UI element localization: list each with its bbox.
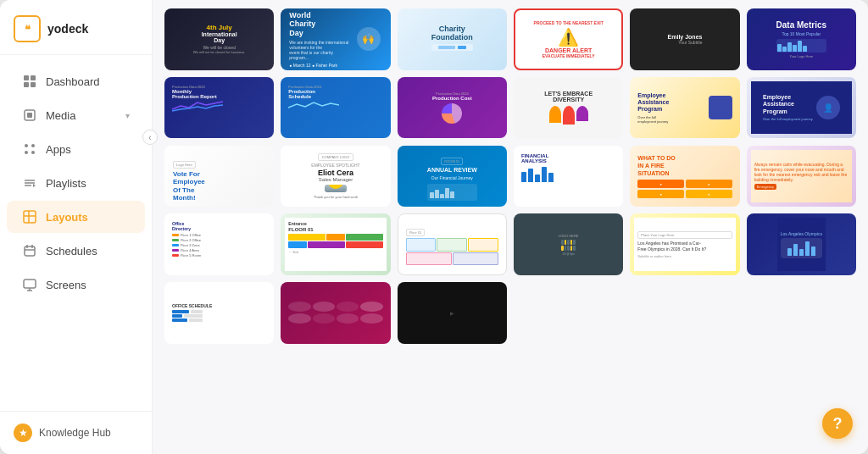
knowledge-hub-label: Knowledge Hub [39, 427, 111, 439]
logo-text: yodeck [47, 22, 88, 36]
layout-card-20[interactable]: Entrance FLOOR 01 ← Exit [281, 213, 390, 275]
sidebar-item-apps[interactable]: Apps [7, 133, 145, 165]
layout-card-8[interactable]: Production Data 2024 ProductionSchedule [281, 77, 390, 139]
layout-card-16[interactable]: FINANCIALANALYSIS [514, 146, 623, 208]
schedules-label: Schedules [46, 245, 97, 257]
app-window: ❝ yodeck ‹ Dashboard Media ▾ [0, 0, 868, 454]
sidebar-item-screens[interactable]: Screens [7, 269, 145, 301]
layouts-icon [22, 209, 37, 224]
layout-card-15[interactable]: ROOM 01 ANNUAL REVIEWOur Financial Journ… [398, 146, 507, 208]
svg-rect-2 [24, 82, 29, 87]
svg-point-7 [31, 144, 35, 147]
layout-card-6[interactable]: Data Metrics Top 10 Most Popular [747, 8, 856, 70]
sidebar-item-dashboard[interactable]: Dashboard [7, 65, 145, 97]
schedules-icon [22, 243, 37, 258]
svg-point-9 [31, 151, 35, 154]
layouts-grid: 4th July InternationalDay We will be clo… [153, 0, 868, 454]
dashboard-label: Dashboard [46, 75, 100, 88]
logo-icon: ❝ [14, 15, 41, 42]
layout-card-5[interactable]: Emily Jones Your Subtitle [630, 8, 739, 70]
layout-card-12[interactable]: EmployeeAssistanceProgram Over the full … [747, 77, 856, 139]
svg-marker-13 [33, 184, 36, 187]
playlists-label: Playlists [46, 177, 86, 190]
svg-rect-1 [31, 75, 36, 80]
sidebar-footer: ★ Knowledge Hub [0, 411, 152, 454]
card-grid: 4th July InternationalDay We will be clo… [164, 8, 856, 344]
sidebar-collapse-button[interactable]: ‹ [142, 130, 158, 145]
layout-card-27[interactable]: ▶ [398, 282, 507, 344]
layout-card-10[interactable]: LET'S EMBRACEDIVERSITY [514, 77, 623, 139]
svg-rect-21 [24, 280, 36, 288]
layout-card-3[interactable]: Charity Foundation [398, 8, 507, 70]
layout-card-14[interactable]: COMPANY LOGO EMPLOYEE SPOTLIGHT Eliot Ce… [281, 146, 390, 208]
svg-rect-14 [24, 211, 36, 223]
layout-card-17[interactable]: WHAT TO DOIN A FIRESITUATION ● ● ● ● [630, 146, 739, 208]
layout-card-26[interactable] [281, 282, 390, 344]
screens-label: Screens [46, 279, 86, 291]
sidebar-item-layouts[interactable]: Layouts [7, 201, 145, 233]
logo-area: ❝ yodeck [0, 0, 152, 55]
knowledge-hub-icon: ★ [14, 424, 32, 442]
media-icon [22, 108, 37, 123]
knowledge-hub-button[interactable]: ★ Knowledge Hub [14, 424, 138, 442]
apps-label: Apps [46, 143, 71, 156]
layout-card-9[interactable]: Production Data 2024 Production Cost [398, 77, 507, 139]
apps-icon [22, 141, 37, 157]
layout-card-13[interactable]: Logo Here Vote ForEmployeeOf TheMonth! V… [164, 146, 274, 208]
layout-card-21[interactable]: Floor 01 [398, 213, 507, 275]
layout-card-11[interactable]: EmployeeAssistanceProgram Over the fulle… [630, 77, 739, 139]
svg-rect-5 [27, 113, 32, 118]
layout-card-7[interactable]: Production Data 2024 MonthlyProduction R… [164, 77, 274, 139]
sidebar-item-schedules[interactable]: Schedules [7, 235, 145, 267]
sidebar-nav: Dashboard Media ▾ Apps Playlists [0, 55, 152, 411]
dashboard-icon [22, 74, 37, 89]
layout-card-4[interactable]: PROCEED TO THE NEAREST EXIT ⚠️ DANGER AL… [514, 8, 623, 70]
layout-card-2[interactable]: WorldCharityDay We are inviting the inte… [281, 8, 390, 70]
main-content: 4th July InternationalDay We will be clo… [153, 0, 868, 454]
layout-card-1[interactable]: 4th July InternationalDay We will be clo… [164, 8, 274, 70]
svg-rect-17 [25, 246, 35, 256]
svg-point-8 [25, 151, 28, 154]
playlists-icon [22, 175, 37, 191]
layouts-label: Layouts [46, 211, 88, 224]
layout-card-24[interactable]: Los Angeles Olympics [747, 213, 856, 275]
layout-card-25[interactable]: OFFICE SCHEDULE [164, 282, 274, 344]
screens-icon [22, 277, 37, 292]
svg-rect-3 [31, 82, 36, 87]
sidebar-item-playlists[interactable]: Playlists [7, 167, 145, 199]
svg-point-6 [25, 144, 28, 147]
layout-card-18[interactable]: Always remain calm while evacuating. Dur… [747, 146, 856, 208]
media-label: Media [46, 109, 75, 122]
layout-card-22[interactable]: LOGO HERE 1/ [514, 213, 623, 275]
layout-card-23[interactable]: Place Your Logo Here Los Angeles has Pro… [630, 213, 739, 275]
help-fab[interactable]: ? [822, 408, 853, 439]
sidebar: ❝ yodeck ‹ Dashboard Media ▾ [0, 0, 153, 454]
media-chevron: ▾ [125, 111, 130, 120]
svg-rect-0 [24, 75, 29, 80]
layout-card-19[interactable]: OfficeDirectory Floor 1 Office Floor 2 O… [164, 213, 274, 275]
sidebar-item-media[interactable]: Media ▾ [7, 99, 145, 131]
